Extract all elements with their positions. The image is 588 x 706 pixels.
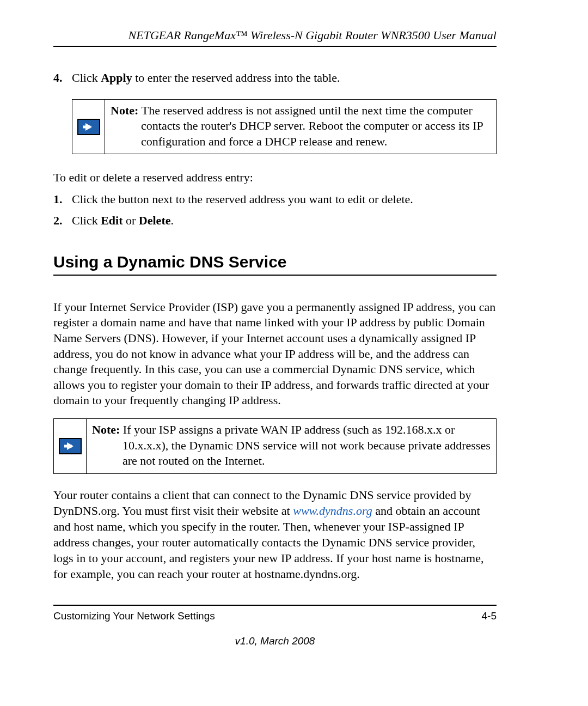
step-number: 1. (53, 191, 72, 208)
note-icon-cell (72, 100, 105, 154)
footer-section-title: Customizing Your Network Settings (53, 610, 215, 622)
footer-page-number: 4-5 (482, 610, 497, 622)
dyndns-link[interactable]: www.dyndns.org (293, 504, 372, 518)
note-box-2: Note: If your ISP assigns a private WAN … (53, 418, 497, 474)
note-text: Note: The reserved address is not assign… (105, 100, 496, 154)
page-content: NETGEAR RangeMax™ Wireless-N Gigabit Rou… (53, 28, 497, 582)
step-text: Click Edit or Delete. (72, 212, 497, 229)
note-box-1: Note: The reserved address is not assign… (72, 99, 497, 155)
page-header: NETGEAR RangeMax™ Wireless-N Gigabit Rou… (53, 28, 497, 47)
note-label: Note: (111, 104, 142, 117)
apply-label: Apply (101, 71, 132, 84)
arrow-right-icon (77, 119, 100, 135)
text: . (170, 214, 174, 227)
step-4: 4. Click Apply to enter the reserved add… (53, 70, 497, 86)
note-body: The reserved address is not assigned unt… (141, 104, 483, 148)
footer-version: v1.0, March 2008 (53, 635, 497, 647)
step-number: 2. (53, 212, 72, 229)
edit-label: Edit (101, 214, 122, 227)
text: or (123, 214, 139, 227)
dns-paragraph: If your Internet Service Provider (ISP) … (53, 300, 497, 409)
edit-step-1: 1. Click the button next to the reserved… (53, 191, 497, 208)
edit-intro: To edit or delete a reserved address ent… (53, 169, 497, 185)
section-heading: Using a Dynamic DNS Service (53, 253, 497, 276)
delete-label: Delete (139, 214, 171, 227)
note-text: Note: If your ISP assigns a private WAN … (87, 419, 496, 473)
edit-step-2: 2. Click Edit or Delete. (53, 212, 497, 229)
text: Click (72, 71, 101, 84)
step-number: 4. (53, 70, 72, 86)
note-label: Note: (92, 423, 123, 436)
step-text: Click the button next to the reserved ad… (72, 191, 497, 208)
text: Click (72, 214, 101, 227)
note-body: If your ISP assigns a private WAN IP add… (122, 423, 491, 467)
note-icon-cell (54, 419, 87, 473)
client-paragraph: Your router contains a client that can c… (53, 487, 497, 582)
page-footer: Customizing Your Network Settings 4-5 v1… (53, 605, 497, 647)
arrow-right-icon (59, 438, 82, 454)
step-text: Click Apply to enter the reserved addres… (72, 70, 497, 86)
text: to enter the reserved address into the t… (132, 71, 340, 84)
